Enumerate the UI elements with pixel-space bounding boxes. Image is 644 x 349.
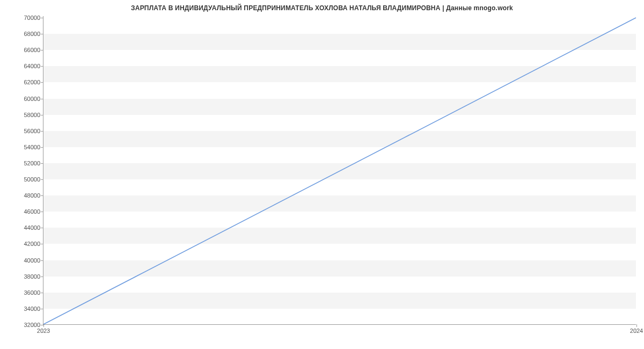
y-tick-mark <box>41 244 43 244</box>
x-tick-mark <box>43 324 44 327</box>
y-tick-mark <box>41 50 43 50</box>
y-tick-mark <box>41 34 43 34</box>
y-tick-mark <box>41 18 43 18</box>
y-tick-mark <box>41 179 43 180</box>
y-tick-mark <box>41 66 43 67</box>
y-tick-mark <box>41 260 43 261</box>
y-tick-mark <box>41 82 43 83</box>
y-tick-mark <box>41 293 43 293</box>
plot-area: 3200034000360003800040000420004400046000… <box>43 16 636 325</box>
plot-container: 3200034000360003800040000420004400046000… <box>43 16 636 325</box>
y-tick-mark <box>41 147 43 148</box>
y-tick-mark <box>41 309 43 309</box>
y-tick-mark <box>41 195 43 196</box>
y-tick-mark <box>41 131 43 132</box>
chart-title: ЗАРПЛАТА В ИНДИВИДУАЛЬНЫЙ ПРЕДПРИНИМАТЕЛ… <box>0 0 644 12</box>
y-tick-mark <box>41 99 43 99</box>
series-line <box>43 18 636 324</box>
y-tick-mark <box>41 277 43 277</box>
y-tick-mark <box>41 115 43 115</box>
y-tick-mark <box>41 163 43 164</box>
y-tick-mark <box>41 212 43 212</box>
line-layer <box>43 16 636 324</box>
y-tick-mark <box>41 228 43 228</box>
x-tick-mark <box>636 324 637 327</box>
